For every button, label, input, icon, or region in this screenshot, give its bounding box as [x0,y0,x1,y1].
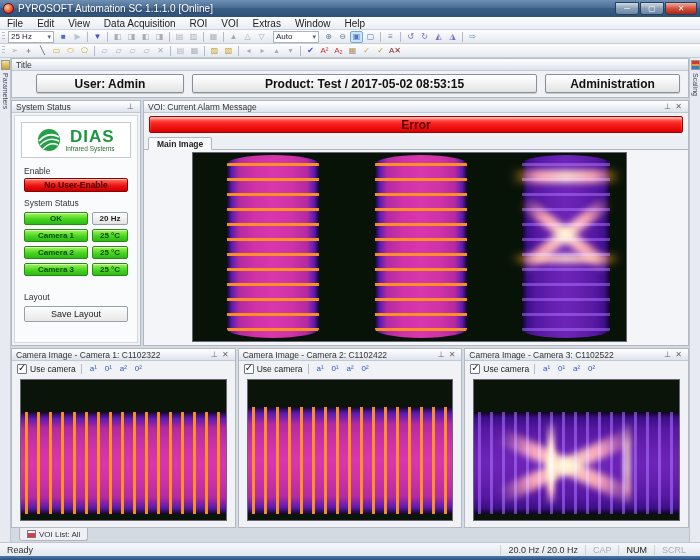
rotate-left-icon[interactable]: ↺ [404,31,417,43]
isotherm-lines-icon[interactable]: ≡ [384,31,397,43]
roi-list-icon[interactable]: ▤ [174,45,187,57]
offset-calibration-1-icon[interactable]: 0¹ [555,363,568,375]
voi-check-icon[interactable]: ✓ [360,45,373,57]
zoom-out-icon[interactable]: ⊖ [336,31,349,43]
prev-roi-icon[interactable]: ◂ [242,45,255,57]
delete-roi-icon[interactable]: ✕ [154,45,167,57]
pin-icon[interactable]: ⊥ [662,102,673,112]
menu-item-extras[interactable]: Extras [246,17,288,29]
offset-calibration-2-icon[interactable]: 0² [359,363,372,375]
maximize-button[interactable]: ▢ [640,2,664,15]
voi-validate-icon[interactable]: ✔ [304,45,317,57]
voi-delete-icon[interactable]: A✕ [388,45,402,57]
menu-item-edit[interactable]: Edit [30,17,61,29]
administration-button[interactable]: Administration [545,74,680,93]
camera1-temperature-button[interactable]: 25 °C [92,229,128,242]
camera3-thermal-image[interactable] [473,379,680,521]
no-user-enable-button[interactable]: No User-Enable [24,178,128,192]
offset-correction-2-icon[interactable]: ◨ [153,31,166,43]
flip-horizontal-icon[interactable]: ◭ [432,31,445,43]
pin-icon[interactable]: ⊥ [436,350,447,360]
pin-icon[interactable]: ⊥ [662,350,673,360]
scaling-mode-select[interactable]: Auto ▾ [273,31,319,43]
rectangle-roi-icon[interactable]: ▭ [50,45,63,57]
save-layout-button[interactable]: Save Layout [24,306,128,322]
menu-item-voi[interactable]: VOI [214,17,245,29]
main-thermal-image[interactable] [192,152,627,342]
frequency-status-button[interactable]: 20 Hz [92,212,128,225]
paste-roi-icon[interactable]: ▱ [140,45,153,57]
export-roi-icon[interactable]: ▧ [222,45,235,57]
menu-item-window[interactable]: Window [288,17,338,29]
camera1-status-button[interactable]: Camera 1 [24,229,88,242]
flip-vertical-icon[interactable]: ◮ [446,31,459,43]
edit-roi-icon[interactable]: ▱ [98,45,111,57]
select-pointer-icon[interactable]: ➢ [8,45,21,57]
voi-list-tab[interactable]: VOI List: All [19,528,88,541]
snapshot-icon[interactable]: ▤ [173,31,186,43]
use-camera-checkbox[interactable]: ✓ [17,364,27,374]
voi-alarm-low-icon[interactable]: A₂ [332,45,345,57]
pin-icon[interactable]: ⊥ [209,350,220,360]
offset-correction-icon[interactable]: ◨ [125,31,138,43]
polygon-roi-icon[interactable]: ⬠ [78,45,91,57]
export-image-icon[interactable]: ⇨ [466,31,479,43]
voi-settings-icon[interactable]: ▦ [346,45,359,57]
close-icon[interactable]: ✕ [447,350,458,360]
menu-item-view[interactable]: View [61,17,97,29]
offset-calibration-2-icon[interactable]: 0² [132,363,145,375]
minimize-button[interactable]: ─ [615,2,639,15]
close-icon[interactable]: ✕ [220,350,231,360]
line-roi-icon[interactable]: ╲ [36,45,49,57]
frequency-select[interactable]: 25 Hz ▾ [8,31,54,43]
offset-calibration-2-icon[interactable]: 0² [585,363,598,375]
reference-image-icon[interactable]: ▦ [207,31,220,43]
tab-main-image[interactable]: Main Image [148,137,212,150]
voi-check-2-icon[interactable]: ✓ [374,45,387,57]
range-down-icon[interactable]: ▽ [255,31,268,43]
gain-calibration-1-icon[interactable]: a¹ [87,363,100,375]
move-roi-icon[interactable]: ▱ [112,45,125,57]
play-icon[interactable]: ▶ [71,31,84,43]
use-camera-checkbox[interactable]: ✓ [244,364,254,374]
offset-calibration-1-icon[interactable]: 0¹ [329,363,342,375]
gain-calibration-2-icon[interactable]: a² [570,363,583,375]
close-button[interactable]: ✕ [665,2,697,15]
camera2-status-button[interactable]: Camera 2 [24,246,88,259]
status-ok-button[interactable]: OK [24,212,88,225]
pin-icon[interactable]: ⊥ [125,102,136,112]
menu-item-roi[interactable]: ROI [183,17,215,29]
gain-calibration-2-icon[interactable]: a² [344,363,357,375]
import-roi-icon[interactable]: ▨ [208,45,221,57]
product-button[interactable]: Product: Test / 2017-05-02 08:53:15 [192,74,537,93]
use-camera-checkbox[interactable]: ✓ [470,364,480,374]
camera1-thermal-image[interactable] [20,379,227,521]
voi-alarm-high-icon[interactable]: A² [318,45,331,57]
roi-table-icon[interactable]: ▦ [188,45,201,57]
gain-calibration-1-icon[interactable]: a¹ [540,363,553,375]
menu-item-data-acquisition[interactable]: Data Acquisition [97,17,183,29]
gain-calibration-2-icon[interactable]: a² [117,363,130,375]
roi-down-icon[interactable]: ▾ [284,45,297,57]
menu-item-file[interactable]: File [0,17,30,29]
range-up-icon[interactable]: △ [241,31,254,43]
range-auto-icon[interactable]: ▲ [227,31,240,43]
user-button[interactable]: User: Admin [36,74,184,93]
stop-icon[interactable]: ■ [57,31,70,43]
snapshot-sequence-icon[interactable]: ▥ [187,31,200,43]
original-size-icon[interactable]: ▢ [364,31,377,43]
camera3-status-button[interactable]: Camera 3 [24,263,88,276]
camera2-temperature-button[interactable]: 25 °C [92,246,128,259]
offset-calibration-1-icon[interactable]: 0¹ [102,363,115,375]
filter-icon[interactable]: ▼ [91,31,104,43]
ellipse-roi-icon[interactable]: ⬭ [64,45,77,57]
add-roi-icon[interactable]: ＋ [22,45,35,57]
next-roi-icon[interactable]: ▸ [256,45,269,57]
fit-to-window-icon[interactable]: ▣ [350,31,363,43]
gain-calibration-1-icon[interactable]: a¹ [314,363,327,375]
menu-item-help[interactable]: Help [338,17,373,29]
close-icon[interactable]: ✕ [673,102,684,112]
dock-tab-parameters[interactable]: Parameters [2,73,9,109]
gain-correction-icon[interactable]: ◧ [111,31,124,43]
roi-up-icon[interactable]: ▴ [270,45,283,57]
